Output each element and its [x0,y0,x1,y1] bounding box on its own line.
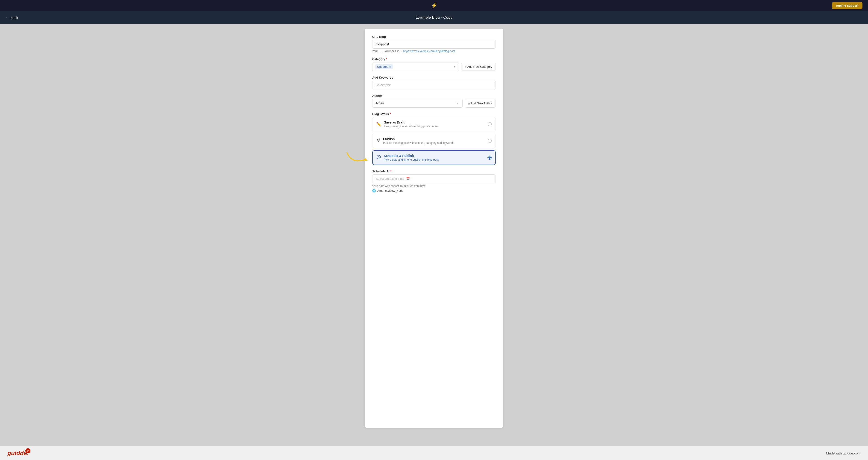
keywords-label: Add Keywords [372,76,496,79]
author-section: Author Alpas ▼ + Add New Author [372,94,496,108]
back-arrow-icon: ← [5,16,9,20]
made-with-text: Made with guidde.com [826,451,861,455]
category-select[interactable]: Updates × ▼ [372,62,459,71]
category-section: Category * Updates × ▼ + Add New Categor… [372,57,496,71]
schedule-desc: Pick a date and time to publish this blo… [384,158,485,161]
main-content: URL Blog Your URL will look like: – http… [0,24,868,446]
category-label: Category * [372,57,496,61]
publish-radio[interactable] [488,139,492,143]
draft-radio[interactable] [488,122,492,126]
notification-badge: 34 [25,448,30,453]
url-hint-prefix: Your URL will look like: – [372,50,402,53]
author-label: Author [372,94,496,97]
nav-bar: ← Back Example Blog - Copy [0,11,868,24]
lightning-icon-wrapper: ⚡ [431,3,437,8]
status-option-publish[interactable]: Publish Publish the blog post with conte… [372,134,496,148]
lightning-icon: ⚡ [431,3,437,8]
publish-title: Publish [383,137,485,141]
status-option-schedule[interactable]: Schedule & Publish Pick a date and time … [372,150,496,165]
url-section: URL Blog Your URL will look like: – http… [372,35,496,53]
schedule-at-required: * [391,170,392,173]
radio-inner [488,156,491,159]
category-required: * [386,58,387,61]
top-bar: ⚡ topline Support [0,0,868,11]
publish-desc: Publish the blog post with content, cate… [383,141,485,145]
publish-icon [376,138,380,144]
category-row: Updates × ▼ + Add New Category [372,62,496,71]
author-chevron-icon: ▼ [457,102,459,104]
schedule-title: Schedule & Publish [384,154,485,158]
globe-icon: 🌐 [372,189,376,192]
url-hint: Your URL will look like: – https://www.e… [372,50,496,53]
schedule-hint: Valid date with atleast 15 minutes from … [372,184,496,188]
author-value: Alpas [376,101,384,105]
url-label: URL Blog [372,35,496,38]
author-select[interactable]: Alpas ▼ [372,99,463,108]
status-required: * [390,113,391,116]
category-tags: Updates × [375,64,393,69]
category-tag-remove-icon[interactable]: × [389,65,391,68]
keywords-placeholder: Select one [376,83,391,87]
schedule-wrapper: Schedule & Publish Pick a date and time … [372,150,496,165]
schedule-text: Schedule & Publish Pick a date and time … [384,154,485,161]
author-row: Alpas ▼ + Add New Author [372,99,496,108]
timezone-row: 🌐 America/New_York [372,189,496,192]
blog-status-label: Blog Status * [372,112,496,116]
form-container: URL Blog Your URL will look like: – http… [365,29,503,428]
calendar-icon: 📅 [406,177,410,180]
blog-status-section: Blog Status * ✏️ Save as Draft Keep savi… [372,112,496,165]
keywords-input[interactable]: Select one [372,81,496,89]
schedule-icon [376,155,381,161]
category-chevron-icon: ▼ [454,65,456,68]
svg-marker-2 [363,158,368,161]
draft-desc: Keep saving the version of blog post con… [384,125,485,128]
keywords-section: Add Keywords Select one [372,76,496,89]
add-author-button[interactable]: + Add New Author [465,99,496,108]
date-time-input[interactable]: Select Date and Time 📅 [372,175,496,183]
draft-icon: ✏️ [376,122,381,127]
publish-text: Publish Publish the blog post with conte… [383,137,485,145]
back-label: Back [10,16,18,20]
page-title: Example Blog - Copy [415,15,453,20]
schedule-at-section: Schedule At * Select Date and Time 📅 Val… [372,170,496,192]
url-hint-link[interactable]: https://www.example.com/blog/b/blog-post [403,50,455,53]
guidde-logo-wrapper: guidde. 34 [7,450,29,457]
arrow-container [345,148,372,167]
url-input[interactable] [372,40,496,49]
timezone-value: America/New_York [377,189,403,192]
schedule-at-label: Schedule At * [372,170,496,173]
footer: guidde. 34 Made with guidde.com [0,446,868,460]
draft-text: Save as Draft Keep saving the version of… [384,121,485,128]
status-option-draft[interactable]: ✏️ Save as Draft Keep saving the version… [372,117,496,131]
back-button[interactable]: ← Back [5,16,18,20]
draft-title: Save as Draft [384,121,485,124]
schedule-radio[interactable] [488,156,492,160]
date-placeholder: Select Date and Time [376,177,404,180]
add-category-button[interactable]: + Add New Category [461,63,496,71]
support-button[interactable]: topline Support [832,2,863,9]
category-tag-updates: Updates × [375,64,393,69]
